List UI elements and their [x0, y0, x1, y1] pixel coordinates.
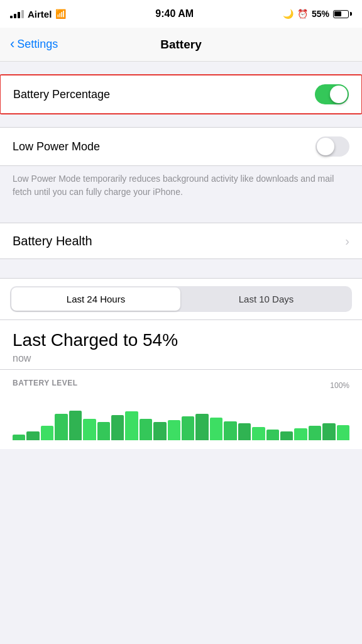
top-spacer [0, 62, 362, 74]
segment-control: Last 24 Hours Last 10 Days [10, 286, 352, 312]
battery-percentage-group: Battery Percentage [0, 74, 362, 114]
status-right: 🌙 ⏰ 55% [283, 9, 352, 19]
battery-health-label: Battery Health [13, 234, 92, 248]
last-charged-time: now [13, 353, 349, 364]
battery-bar [294, 428, 307, 440]
battery-chart [13, 392, 349, 443]
carrier-label: Airtel [28, 9, 52, 19]
battery-bar [140, 419, 152, 440]
battery-bar [238, 423, 251, 440]
moon-icon: 🌙 [283, 9, 293, 19]
battery-percentage-toggle[interactable] [315, 84, 349, 104]
battery-bar [309, 426, 321, 440]
signal-icon [10, 10, 24, 18]
battery-status-icon [333, 10, 352, 18]
toggle-thumb [330, 86, 348, 103]
battery-bar [322, 423, 335, 440]
back-button[interactable]: ‹ Settings [10, 38, 58, 51]
battery-bar [55, 414, 67, 440]
low-power-mode-label: Low Power Mode [13, 140, 100, 153]
segment-10days-label: Last 10 Days [239, 294, 294, 304]
segment-last-24h[interactable]: Last 24 Hours [11, 287, 180, 311]
battery-bar [83, 419, 96, 440]
battery-bar [153, 422, 166, 440]
low-power-mode-cell[interactable]: Low Power Mode [0, 128, 362, 165]
battery-level-right-label: 100% [330, 381, 349, 390]
spacer-1 [0, 114, 362, 127]
battery-percentage-cell[interactable]: Battery Percentage [1, 75, 361, 113]
nav-bar: ‹ Settings Battery [0, 28, 362, 62]
status-left: Airtel 📶 [10, 9, 66, 19]
wifi-icon: 📶 [55, 9, 66, 19]
status-time: 9:40 AM [155, 8, 194, 19]
segment-container: Last 24 Hours Last 10 Days [0, 278, 362, 320]
battery-bar [168, 420, 180, 440]
spacer-3 [0, 259, 362, 278]
battery-percent-label: 55% [312, 9, 329, 19]
battery-bar [26, 431, 39, 440]
battery-bar [13, 435, 25, 440]
battery-bar [337, 425, 349, 440]
battery-health-group: Battery Health › [0, 223, 362, 259]
low-power-mode-group: Low Power Mode [0, 127, 362, 166]
last-charged-title: Last Charged to 54% [13, 330, 349, 350]
low-power-mode-toggle[interactable] [315, 136, 349, 157]
back-label: Settings [17, 38, 58, 51]
battery-health-cell[interactable]: Battery Health › [0, 223, 362, 258]
back-chevron-icon: ‹ [10, 37, 14, 51]
alarm-icon: ⏰ [297, 9, 308, 19]
low-power-description: Low Power Mode temporarily reduces backg… [0, 166, 362, 210]
battery-bar [210, 418, 222, 440]
battery-bar [125, 411, 138, 440]
last-charged-section: Last Charged to 54% now [0, 320, 362, 370]
battery-bar [69, 411, 82, 440]
chart-header-row: BATTERY LEVEL 100% [13, 379, 349, 392]
toggle-thumb-2 [317, 138, 334, 155]
content: Battery Percentage Low Power Mode Low Po… [0, 62, 362, 449]
page-title: Battery [160, 38, 201, 52]
battery-level-header: BATTERY LEVEL [13, 379, 78, 387]
battery-bar [224, 421, 236, 440]
battery-bar [195, 414, 208, 440]
battery-bar [252, 427, 265, 440]
battery-bar [266, 430, 279, 440]
battery-bar [182, 416, 194, 440]
chevron-right-icon: › [345, 234, 349, 248]
segment-24h-label: Last 24 Hours [67, 294, 125, 304]
battery-bar [97, 422, 110, 440]
battery-percentage-label: Battery Percentage [13, 88, 110, 101]
spacer-2 [0, 210, 362, 223]
segment-last-10days[interactable]: Last 10 Days [182, 287, 351, 311]
status-bar: Airtel 📶 9:40 AM 🌙 ⏰ 55% [0, 0, 362, 28]
battery-bar [111, 415, 124, 440]
battery-bar [280, 431, 293, 440]
battery-bar [41, 426, 53, 440]
battery-level-section: BATTERY LEVEL 100% [0, 370, 362, 449]
